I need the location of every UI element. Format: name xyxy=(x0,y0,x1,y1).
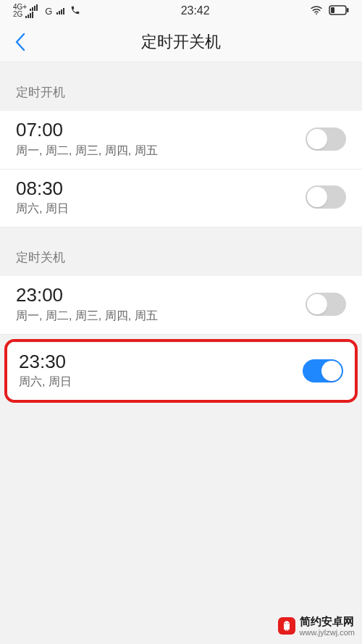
svg-rect-2 xyxy=(347,8,349,12)
svg-point-5 xyxy=(287,623,288,624)
section-header-power-off: 定时关机 xyxy=(0,227,362,276)
schedule-row[interactable]: 23:30 周六, 周日 xyxy=(7,342,355,401)
status-bar: 4G+ 2G G 23:42 xyxy=(0,0,362,22)
svg-rect-3 xyxy=(331,7,334,13)
back-button[interactable] xyxy=(6,28,35,57)
battery-icon xyxy=(329,5,349,17)
schedule-days: 周一, 周二, 周三, 周四, 周五 xyxy=(16,143,158,159)
schedule-days: 周六, 周日 xyxy=(16,201,69,217)
svg-point-4 xyxy=(285,623,285,624)
android-icon xyxy=(278,617,295,635)
status-right xyxy=(310,5,349,17)
schedule-row[interactable]: 07:00 周一, 周二, 周三, 周四, 周五 xyxy=(0,111,362,170)
watermark-name: 简约安卓网 xyxy=(300,615,354,627)
network-g-label: G xyxy=(45,6,52,17)
highlighted-row-frame: 23:30 周六, 周日 xyxy=(4,339,358,403)
svg-point-0 xyxy=(316,13,317,14)
phone-icon xyxy=(70,5,80,17)
signal-bars-icon xyxy=(30,4,38,11)
schedule-toggle[interactable] xyxy=(306,293,346,316)
schedule-time: 07:00 xyxy=(16,120,158,141)
schedule-time: 23:00 xyxy=(16,285,158,306)
schedule-days: 周一, 周二, 周三, 周四, 周五 xyxy=(16,309,158,324)
schedule-row[interactable]: 23:00 周一, 周二, 周三, 周四, 周五 xyxy=(0,276,362,335)
page-title: 定时开关机 xyxy=(0,31,362,53)
watermark-url: www.jylzwj.com xyxy=(300,629,355,637)
chevron-left-icon xyxy=(14,33,26,51)
watermark: 简约安卓网 www.jylzwj.com xyxy=(278,615,355,637)
section-header-power-on: 定时开机 xyxy=(0,62,362,111)
schedule-time: 08:30 xyxy=(16,178,69,199)
schedule-row[interactable]: 08:30 周六, 周日 xyxy=(0,170,362,228)
status-left: 4G+ 2G G xyxy=(13,4,80,18)
schedule-time: 23:30 xyxy=(19,351,72,372)
schedule-toggle[interactable] xyxy=(306,127,346,151)
schedule-days: 周六, 周日 xyxy=(19,375,72,390)
wifi-icon xyxy=(310,5,323,17)
network-2g-label: 2G xyxy=(13,11,22,18)
schedule-toggle[interactable] xyxy=(303,359,343,382)
signal-bars-icon xyxy=(56,8,64,14)
schedule-toggle[interactable] xyxy=(306,185,346,209)
nav-header: 定时开关机 xyxy=(0,22,362,62)
status-time: 23:42 xyxy=(181,4,210,17)
signal-bars-icon xyxy=(25,12,33,18)
